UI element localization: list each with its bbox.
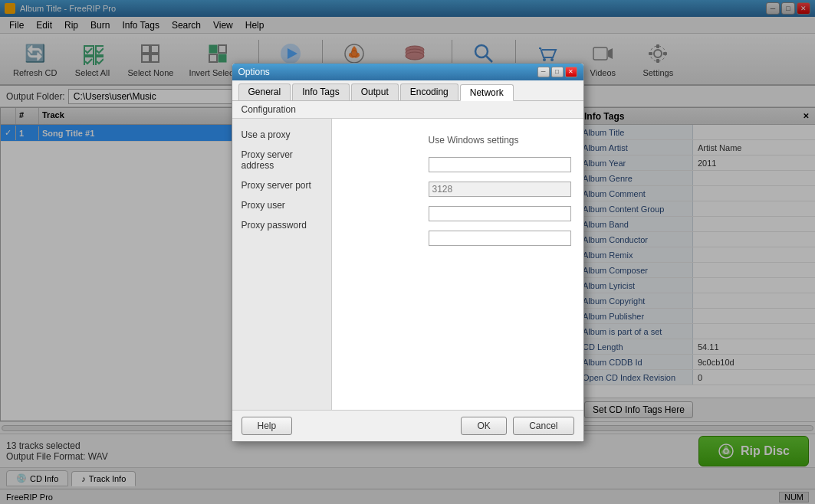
modal-content: Use Windows settings <box>332 119 583 410</box>
proxy-user-row <box>344 205 571 223</box>
cancel-button[interactable]: Cancel <box>513 417 573 435</box>
sidebar-proxy-user[interactable]: Proxy user <box>232 195 331 215</box>
modal-footer: Help OK Cancel <box>232 410 583 441</box>
modal-tabs: General Info Tags Output Encoding Networ… <box>232 80 583 101</box>
tab-output[interactable]: Output <box>351 83 399 100</box>
modal-title: Options <box>238 67 270 77</box>
tab-general[interactable]: General <box>238 83 291 100</box>
ok-button[interactable]: OK <box>461 417 507 435</box>
modal-minimize-button[interactable]: ─ <box>537 67 550 77</box>
sidebar-proxy-port[interactable]: Proxy server port <box>232 175 331 195</box>
proxy-address-input[interactable] <box>429 157 571 172</box>
proxy-address-row <box>344 155 571 174</box>
proxy-password-row <box>344 229 571 247</box>
modal-config-label: Configuration <box>232 101 583 119</box>
options-dialog: Options ─ □ ✕ General Info Tags Output E… <box>232 63 584 442</box>
modal-titlebar: Options ─ □ ✕ <box>232 64 583 80</box>
modal-title-controls: ─ □ ✕ <box>537 67 577 77</box>
modal-overlay: Options ─ □ ✕ General Info Tags Output E… <box>0 0 815 504</box>
sidebar-use-proxy[interactable]: Use a proxy <box>232 125 331 145</box>
help-button[interactable]: Help <box>242 417 293 435</box>
modal-sidebar: Use a proxy Proxy server address Proxy s… <box>232 119 332 410</box>
proxy-port-row <box>344 180 571 198</box>
modal-close-button[interactable]: ✕ <box>565 67 577 77</box>
tab-encoding[interactable]: Encoding <box>400 83 458 100</box>
proxy-port-input[interactable] <box>429 182 571 197</box>
proxy-use-value: Use Windows settings <box>429 135 571 146</box>
modal-body: Use a proxy Proxy server address Proxy s… <box>232 119 583 410</box>
tab-info-tags[interactable]: Info Tags <box>292 83 349 100</box>
modal-maximize-button[interactable]: □ <box>551 67 564 77</box>
proxy-use-row: Use Windows settings <box>344 131 571 149</box>
proxy-password-input[interactable] <box>429 231 571 246</box>
proxy-user-input[interactable] <box>429 206 571 221</box>
tab-network[interactable]: Network <box>460 84 514 101</box>
sidebar-proxy-address[interactable]: Proxy server address <box>232 145 331 175</box>
sidebar-proxy-password[interactable]: Proxy password <box>232 215 331 235</box>
